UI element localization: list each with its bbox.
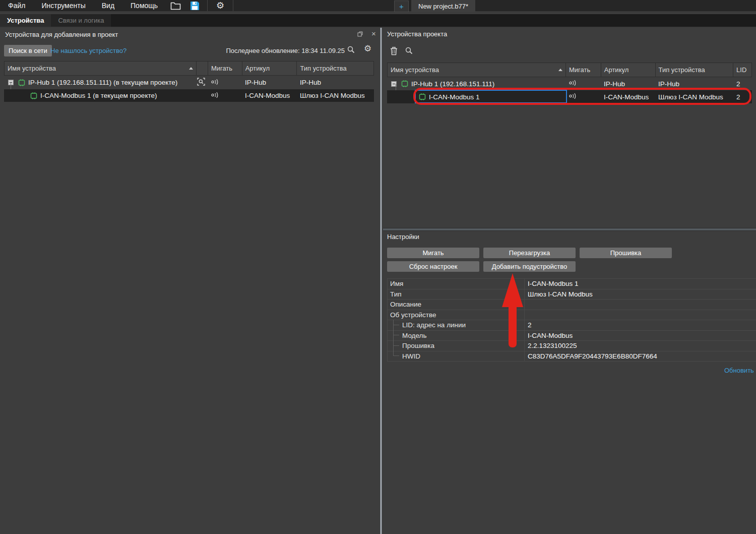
device-type: IP-Hub [297,76,374,89]
property-row[interactable]: Прошивка 2.2.1323100225 [388,341,756,351]
col-article-label: Артикул [604,66,628,74]
property-row[interactable]: HWID C83D76A5DFA9F20443793E6B80DF7664 [388,351,756,362]
property-row[interactable]: Тип Шлюз I-CAN Modbus [388,289,756,300]
property-row[interactable]: LID: адрес на линии 2 [388,320,756,331]
col-device-type[interactable]: Тип устройства [297,62,373,75]
blink-signal-icon[interactable] [569,93,578,101]
project-table-header: Имя устройства Мигать Артикул Тип устрой… [387,63,752,77]
col-device-name[interactable]: Имя устройства [5,62,197,75]
device-article: IP-Hub [601,77,656,90]
search-network-button[interactable]: Поиск в сети [4,45,52,56]
property-value [525,300,756,310]
property-value: Шлюз I-CAN Modbus [525,289,756,300]
device-name: I-CAN-Modbus 1 (в текущем проекте) [40,92,157,99]
col-lid[interactable]: LID [733,63,751,77]
tree-connector [393,335,399,335]
property-row[interactable]: Об устройстве [388,310,756,321]
app-window: Файл Инструменты Вид Помощь ⚙ + New proj… [0,0,756,534]
project-tab[interactable]: New project.b77* [411,0,475,12]
device-properties-table: Имя I-CAN-Modbus 1 Тип Шлюз I-CAN Modbus… [387,278,756,362]
tab-devices[interactable]: Устройства [0,14,51,27]
property-value: I-CAN-Modbus 1 [525,279,756,289]
left-panel: Устройства для добавления в проект × Пои… [0,28,379,534]
menu-file[interactable]: Файл [0,0,33,12]
col-device-name-label: Имя устройства [391,66,439,74]
property-row[interactable]: Описание [388,300,756,310]
property-label: LID: адрес на линии [388,320,525,330]
menu-view[interactable]: Вид [94,0,122,12]
table-row[interactable]: I-CAN-Modbus 1 (в текущем проекте) I-CAN… [4,89,374,102]
device-icon [30,92,37,99]
col-device-name[interactable]: Имя устройства [388,63,566,77]
table-row[interactable]: IP-Hub 1 (192.168.151.111) IP-Hub IP-Hub… [387,77,752,90]
trash-icon[interactable] [390,46,398,57]
project-devices-title: Устройства проекта [387,30,447,38]
add-subdevice-button[interactable]: Добавить подустройство [483,261,576,272]
project-devices-panel: Устройства проекта Имя устройства Мигать… [383,28,756,228]
property-row[interactable]: Имя I-CAN-Modbus 1 [388,279,756,289]
property-label: Имя [388,279,525,289]
close-icon[interactable]: × [371,30,376,37]
search-icon[interactable] [347,45,355,55]
device-name: I-CAN-Modbus 1 [429,93,480,101]
col-article[interactable]: Артикул [242,62,297,75]
blink-signal-icon[interactable] [211,92,220,100]
menu-tools[interactable]: Инструменты [33,0,93,12]
settings-panel: Настройки [383,231,756,534]
reset-settings-button[interactable]: Сброс настроек [387,261,479,272]
col-article-label: Артикул [245,65,270,72]
firmware-button[interactable]: Прошивка [580,248,672,258]
new-project-tab-button[interactable]: + [394,1,409,12]
property-label: Модель [388,331,525,341]
device-name: IP-Hub 1 (192.168.151.111) [411,80,494,88]
table-row[interactable]: I-CAN-Modbus 1 I-CAN-Modbus Шлюз I-CAN M… [387,90,752,103]
col-article[interactable]: Артикул [601,63,656,77]
left-table-header: Имя устройства Мигать Артикул Тип устрой… [4,61,374,76]
last-update-label: Последнее обновление: 18:34 11.09.25 [224,47,345,54]
refresh-link[interactable]: Обновить [724,367,754,374]
search-icon[interactable] [405,46,413,56]
float-panel-icon[interactable] [357,31,363,38]
sort-asc-icon [558,69,562,71]
col-scan[interactable] [197,62,208,75]
identify-scan-icon[interactable] [197,77,206,88]
col-blink[interactable]: Мигать [566,63,601,77]
menu-bar: Файл Инструменты Вид Помощь ⚙ [0,0,756,13]
save-icon[interactable] [188,0,201,11]
tree-connector [393,325,399,325]
tree-connector [11,82,28,90]
settings-gear-icon[interactable]: ⚙ [214,0,227,11]
toolbar-separator [233,0,233,11]
device-not-found-link[interactable]: Не нашлось устройство? [50,47,127,54]
property-label: Прошивка [388,341,525,351]
col-blink-label: Мигать [569,66,590,74]
reboot-button[interactable]: Перезагрузка [483,248,576,258]
device-lid: 2 [734,77,752,90]
device-article: I-CAN-Modbus [242,89,297,102]
tree-connector [393,345,399,346]
blink-signal-icon[interactable] [211,79,220,87]
panel-splitter[interactable] [380,28,383,534]
col-lid-label: LID [736,66,746,74]
table-row[interactable]: IP-Hub 1 (192.168.151.111) (в текущем пр… [4,76,374,89]
device-article: IP-Hub [242,76,297,89]
device-type: Шлюз I-CAN Modbus [656,90,734,103]
tab-links-logic[interactable]: Связи и логика [51,14,111,27]
property-label: Тип [388,289,525,300]
open-folder-icon[interactable] [169,0,182,11]
settings-title: Настройки [387,233,419,241]
device-type: IP-Hub [656,77,734,90]
col-device-type[interactable]: Тип устройства [656,63,734,77]
property-label: Описание [388,300,525,310]
col-blink[interactable]: Мигать [208,62,242,75]
menu-help[interactable]: Помощь [122,0,166,12]
property-value: 2 [525,320,756,330]
property-value: I-CAN-Modbus [525,331,756,341]
property-row[interactable]: Модель I-CAN-Modbus [388,331,756,341]
col-blink-label: Мигать [211,65,232,72]
gear-icon[interactable]: ⚙ [364,43,371,54]
blink-button[interactable]: Мигать [387,248,479,258]
blink-signal-icon[interactable] [569,80,578,88]
property-value: 2.2.1323100225 [525,341,756,351]
device-lid: 2 [734,90,752,103]
